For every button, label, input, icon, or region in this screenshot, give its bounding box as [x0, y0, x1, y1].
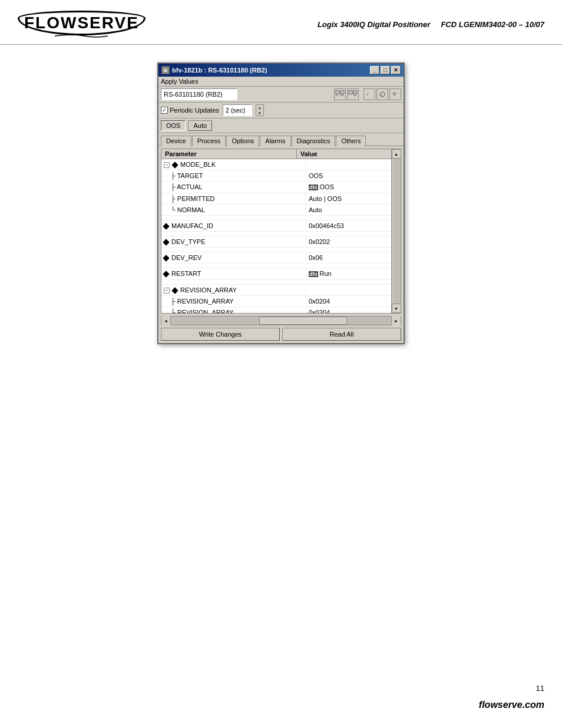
toolbar-btn-2[interactable]: r all — [347, 88, 359, 100]
oos-button[interactable]: OOS — [161, 120, 186, 131]
diamond-icon — [171, 287, 178, 294]
tab-diagnostics[interactable]: Diagnostics — [292, 136, 336, 146]
diamond-icon — [163, 255, 169, 261]
scroll-track — [392, 159, 401, 304]
tab-options[interactable]: Options — [226, 136, 259, 146]
table-row: − REVISION_ARRAY — [161, 285, 401, 296]
dhi-icon: dhi — [309, 185, 318, 190]
diamond-icon — [163, 239, 169, 245]
minimize-button[interactable]: _ — [370, 66, 379, 74]
table-row: └ NORMAL Auto — [161, 205, 401, 216]
apply-values-menu[interactable]: Apply Values — [161, 78, 198, 85]
param-value — [306, 159, 401, 170]
param-header: Parameter Value ▲ — [161, 149, 401, 159]
scroll-right-button[interactable]: ► — [391, 316, 401, 325]
auto-button[interactable]: Auto — [188, 120, 212, 131]
svg-text:all: all — [353, 93, 356, 97]
tab-bar: Device Process Options Alarms Diagnostic… — [158, 133, 404, 146]
interval-input[interactable] — [223, 104, 252, 116]
dhi-icon: dhi — [309, 271, 318, 277]
page-content: IE bfv-1821b : RS-63101180 (RB2) _ □ ✕ A… — [0, 45, 562, 356]
param-value: Auto — [306, 205, 401, 215]
h-scroll-thumb[interactable] — [259, 317, 348, 325]
svg-text:⚙: ⚙ — [392, 91, 396, 97]
param-name: ├ REVISION_ARRAY — [161, 307, 306, 314]
mode-row: OOS Auto — [158, 118, 404, 133]
param-value: 0x0202 — [306, 236, 401, 247]
param-name: DEV_REV — [161, 252, 306, 263]
tab-process[interactable]: Process — [192, 136, 226, 146]
table-row — [161, 263, 401, 268]
read-all-button[interactable]: Read All — [282, 328, 401, 341]
title-bar: IE bfv-1821b : RS-63101180 (RB2) _ □ ✕ — [158, 64, 404, 77]
write-changes-button[interactable]: Write Changes — [161, 328, 280, 341]
toolbar-btn-5[interactable]: ⚙ — [389, 88, 401, 100]
table-row — [161, 232, 401, 236]
table-row: ├ TARGET OOS — [161, 170, 401, 182]
close-button[interactable]: ✕ — [391, 66, 401, 74]
table-row — [161, 280, 401, 285]
param-name: ├ ACTUAL — [161, 182, 306, 193]
periodic-row: ✓ Periodic Updates ▲ ▼ — [158, 103, 404, 118]
diamond-icon — [171, 162, 178, 168]
diamond-icon — [163, 223, 169, 229]
dialog-title: bfv-1821b : RS-63101180 (RB2) — [172, 67, 267, 74]
param-col-header: Parameter — [161, 149, 297, 159]
param-value: 0x06 — [306, 252, 401, 263]
svg-text:✓: ✓ — [366, 92, 369, 96]
value-col-header: Value — [297, 149, 391, 159]
param-name: − MODE_BLK — [161, 159, 306, 170]
param-name: ├ PERMITTED — [161, 193, 306, 204]
param-value: 0x0204 — [306, 296, 401, 307]
scroll-left-button[interactable]: ◄ — [161, 316, 171, 325]
title-bar-buttons: _ □ ✕ — [370, 66, 401, 74]
table-row: ├ REVISION_ARRAY 0x0204 — [161, 296, 401, 307]
param-value: 0x00464c53 — [306, 220, 401, 231]
horizontal-scrollbar[interactable]: ◄ ► — [161, 316, 401, 325]
table-row: DEV_TYPE 0x0202 — [161, 236, 401, 248]
table-row: − MODE_BLK — [161, 159, 401, 170]
maximize-button[interactable]: □ — [381, 66, 390, 74]
logo-area: FLOWSERVE — [18, 11, 146, 38]
param-name: MANUFAC_ID — [161, 220, 306, 231]
toolbar-btn-4[interactable]: + — [376, 88, 388, 100]
svg-text:w: w — [336, 93, 338, 97]
param-value: dhi Run — [306, 268, 401, 279]
h-scroll-track — [171, 317, 391, 325]
param-table-body: − MODE_BLK ├ TARGET OOS ├ ACTUAL dhi OOS — [161, 159, 401, 314]
diamond-icon — [163, 271, 169, 277]
toolbar-btn-3[interactable]: ✓ — [363, 88, 375, 100]
spin-down-button[interactable]: ▼ — [256, 110, 263, 116]
logo-text: FLOWSERVE — [18, 11, 146, 35]
scroll-up-button[interactable]: ▲ — [392, 149, 401, 159]
periodic-checkbox-label[interactable]: ✓ Periodic Updates — [161, 107, 219, 114]
svg-text:all: all — [340, 93, 343, 97]
table-row: RESTART dhi Run — [161, 268, 401, 280]
logo-swoosh — [55, 34, 108, 38]
title-icon: IE — [161, 66, 170, 74]
interval-spinner[interactable]: ▲ ▼ — [256, 104, 264, 116]
expand-icon[interactable]: − — [164, 288, 170, 294]
tab-alarms[interactable]: Alarms — [260, 136, 290, 146]
table-row: ├ PERMITTED Auto | OOS — [161, 193, 401, 205]
page-footer: flowserve.com — [479, 700, 544, 710]
table-row: ├ REVISION_ARRAY 0x0204 — [161, 307, 401, 314]
bottom-row: Write Changes Read All — [161, 328, 401, 341]
vertical-scrollbar[interactable]: ▲ ▼ — [391, 149, 401, 313]
expand-icon[interactable]: − — [164, 162, 170, 168]
tab-device[interactable]: Device — [161, 136, 191, 146]
page-number: 11 — [536, 684, 544, 693]
tab-others[interactable]: Others — [336, 136, 366, 146]
spin-up-button[interactable]: ▲ — [256, 105, 263, 110]
periodic-checkbox[interactable]: ✓ — [161, 107, 168, 114]
toolbar-btn-1[interactable]: w all — [334, 88, 346, 100]
param-name: − REVISION_ARRAY — [161, 285, 306, 295]
param-area: Parameter Value ▲ − MODE_BLK ├ TARGET OO… — [161, 149, 401, 314]
header-title: Logix 3400IQ Digital Positioner FCD LGEN… — [318, 20, 544, 29]
device-path-input[interactable] — [161, 88, 237, 100]
menu-bar: Apply Values — [158, 77, 404, 87]
table-row — [161, 248, 401, 252]
param-name: DEV_TYPE — [161, 236, 306, 247]
scroll-down-button[interactable]: ▼ — [392, 304, 401, 313]
param-name: RESTART — [161, 268, 306, 279]
